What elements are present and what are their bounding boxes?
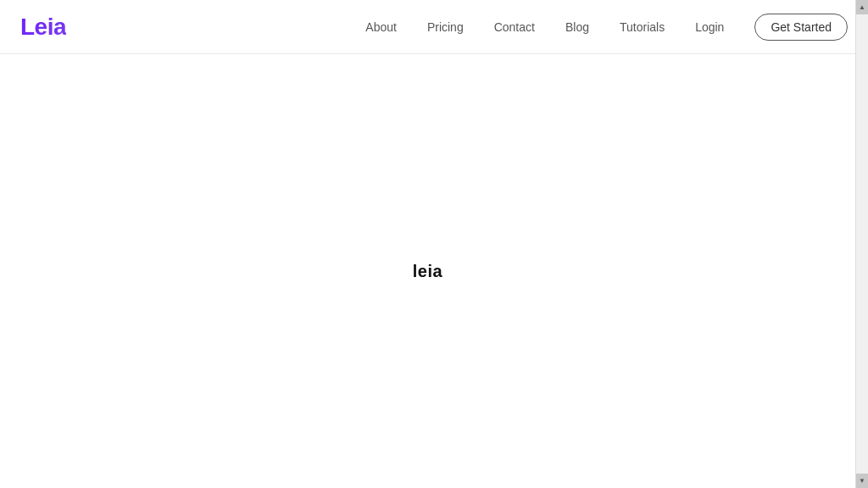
nav-link-blog[interactable]: Blog	[565, 20, 589, 34]
nav-link-about[interactable]: About	[365, 20, 397, 34]
center-text: leia	[413, 262, 442, 281]
nav-link-login[interactable]: Login	[695, 20, 724, 34]
scrollbar-up-arrow[interactable]: ▲	[856, 0, 869, 14]
nav-link-tutorials[interactable]: Tutorials	[620, 20, 665, 34]
nav: About Pricing Contact Blog Tutorials Log…	[365, 14, 848, 41]
scrollbar-track[interactable]: ▲ ▼	[855, 0, 868, 488]
nav-link-pricing[interactable]: Pricing	[427, 20, 464, 34]
scrollbar-groove	[856, 14, 869, 488]
get-started-button[interactable]: Get Started	[754, 14, 848, 41]
logo[interactable]: Leia	[20, 14, 66, 41]
header: Leia About Pricing Contact Blog Tutorial…	[0, 0, 868, 54]
nav-link-contact[interactable]: Contact	[494, 20, 535, 34]
main-content: leia	[0, 54, 855, 488]
scrollbar-down-arrow[interactable]: ▼	[856, 474, 869, 488]
